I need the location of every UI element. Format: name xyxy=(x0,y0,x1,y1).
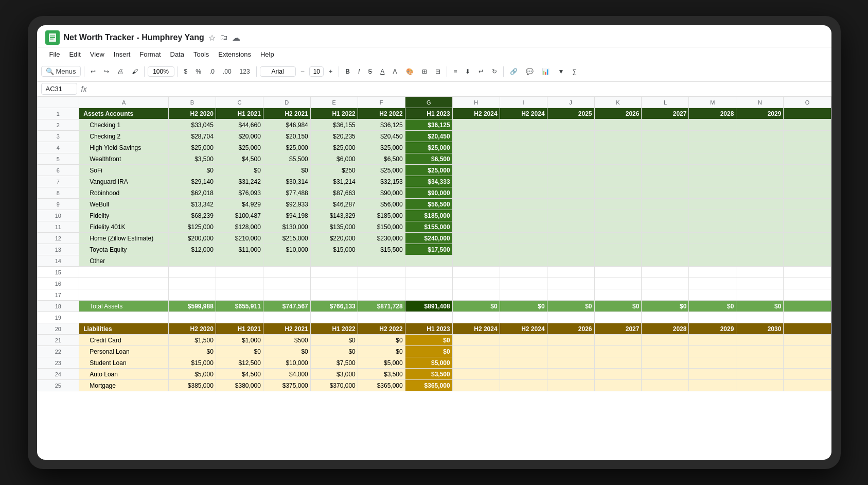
table-row[interactable] xyxy=(736,357,784,369)
table-row[interactable] xyxy=(784,312,831,323)
table-row[interactable] xyxy=(547,187,594,199)
table-row[interactable]: Auto Loan xyxy=(79,369,169,380)
row-header-6[interactable]: 6 xyxy=(37,165,79,176)
table-row[interactable]: $77,488 xyxy=(263,187,310,199)
table-row[interactable]: 2028 xyxy=(642,323,689,335)
table-row[interactable]: $500 xyxy=(263,335,310,346)
table-row[interactable] xyxy=(547,369,594,380)
table-row[interactable] xyxy=(168,267,216,278)
font-name-display[interactable]: Arial xyxy=(260,66,296,77)
table-row[interactable] xyxy=(500,153,547,165)
table-row[interactable]: $25,000 xyxy=(310,142,358,153)
table-row[interactable] xyxy=(452,119,500,131)
table-row[interactable]: 2027 xyxy=(594,323,642,335)
table-row[interactable] xyxy=(689,142,736,153)
font-size-display[interactable]: 10 xyxy=(309,66,324,77)
table-row[interactable]: $87,663 xyxy=(310,187,358,199)
table-row[interactable] xyxy=(594,335,642,346)
table-row[interactable]: H1 2023 xyxy=(405,108,452,119)
table-row[interactable] xyxy=(452,278,500,289)
table-row[interactable]: $380,000 xyxy=(216,380,263,391)
link-button[interactable]: 🔗 xyxy=(507,66,521,77)
table-row[interactable]: H1 2023 xyxy=(405,323,452,335)
row-header-13[interactable]: 13 xyxy=(37,244,79,255)
table-row[interactable] xyxy=(452,142,500,153)
table-row[interactable] xyxy=(784,119,831,131)
table-row[interactable] xyxy=(784,346,831,357)
table-row[interactable]: Checking 2 xyxy=(79,131,169,142)
table-row[interactable] xyxy=(452,165,500,176)
table-row[interactable] xyxy=(500,380,547,391)
table-row[interactable]: Assets Accounts xyxy=(79,108,169,119)
table-row[interactable]: Personal Loan xyxy=(79,346,169,357)
table-row[interactable] xyxy=(642,131,689,142)
table-row[interactable] xyxy=(263,267,310,278)
table-row[interactable]: $871,728 xyxy=(358,301,405,312)
table-row[interactable] xyxy=(689,221,736,233)
table-row[interactable]: $90,000 xyxy=(405,187,452,199)
table-row[interactable] xyxy=(452,289,500,301)
col-header-e[interactable]: E xyxy=(310,97,358,108)
table-row[interactable]: $0 xyxy=(594,301,642,312)
table-row[interactable] xyxy=(168,255,216,267)
table-row[interactable] xyxy=(500,369,547,380)
table-row[interactable]: $0 xyxy=(216,165,263,176)
table-row[interactable]: H2 2024 xyxy=(500,108,547,119)
table-row[interactable]: $185,000 xyxy=(358,210,405,221)
row-header-15[interactable]: 15 xyxy=(37,267,79,278)
table-row[interactable] xyxy=(689,278,736,289)
print-button[interactable]: 🖨 xyxy=(114,66,127,77)
table-row[interactable] xyxy=(547,335,594,346)
table-row[interactable]: $25,000 xyxy=(216,142,263,153)
table-row[interactable]: $0 xyxy=(216,346,263,357)
table-row[interactable] xyxy=(689,255,736,267)
table-row[interactable]: Fidelity xyxy=(79,210,169,221)
table-row[interactable] xyxy=(689,119,736,131)
table-row[interactable] xyxy=(452,335,500,346)
table-row[interactable]: $10,000 xyxy=(263,244,310,255)
table-row[interactable] xyxy=(500,357,547,369)
table-row[interactable] xyxy=(784,278,831,289)
menu-view[interactable]: View xyxy=(86,48,109,60)
table-row[interactable] xyxy=(784,210,831,221)
table-row[interactable]: $220,000 xyxy=(310,233,358,244)
table-row[interactable] xyxy=(642,199,689,210)
table-row[interactable]: $25,000 xyxy=(405,142,452,153)
table-row[interactable] xyxy=(358,278,405,289)
font-size-decrease-button[interactable]: – xyxy=(298,66,308,77)
table-row[interactable]: $20,000 xyxy=(216,131,263,142)
table-row[interactable]: $92,933 xyxy=(263,199,310,210)
chart-button[interactable]: 📊 xyxy=(539,66,553,77)
row-header-17[interactable]: 17 xyxy=(37,289,79,301)
table-row[interactable] xyxy=(642,255,689,267)
table-row[interactable] xyxy=(452,369,500,380)
table-row[interactable] xyxy=(547,346,594,357)
table-row[interactable] xyxy=(310,289,358,301)
table-row[interactable] xyxy=(500,312,547,323)
table-row[interactable] xyxy=(784,108,831,119)
col-header-l[interactable]: L xyxy=(642,97,689,108)
menu-format[interactable]: Format xyxy=(135,48,165,60)
table-row[interactable] xyxy=(594,176,642,187)
table-row[interactable]: 2025 xyxy=(547,108,594,119)
table-row[interactable] xyxy=(594,210,642,221)
table-row[interactable] xyxy=(500,289,547,301)
table-row[interactable] xyxy=(784,153,831,165)
table-row[interactable]: $150,000 xyxy=(358,221,405,233)
table-row[interactable] xyxy=(736,199,784,210)
table-row[interactable]: 2026 xyxy=(547,323,594,335)
row-header-11[interactable]: 11 xyxy=(37,221,79,233)
table-row[interactable]: $33,045 xyxy=(168,119,216,131)
table-row[interactable] xyxy=(784,369,831,380)
table-row[interactable]: $0 xyxy=(263,346,310,357)
table-row[interactable]: $25,000 xyxy=(358,142,405,153)
table-row[interactable]: $25,000 xyxy=(358,165,405,176)
table-row[interactable]: H2 2022 xyxy=(358,108,405,119)
table-row[interactable] xyxy=(689,335,736,346)
table-row[interactable] xyxy=(500,233,547,244)
table-row[interactable] xyxy=(736,221,784,233)
table-row[interactable] xyxy=(500,278,547,289)
rotate-button[interactable]: ↻ xyxy=(489,66,500,77)
table-row[interactable]: $44,660 xyxy=(216,119,263,131)
table-row[interactable] xyxy=(405,255,452,267)
